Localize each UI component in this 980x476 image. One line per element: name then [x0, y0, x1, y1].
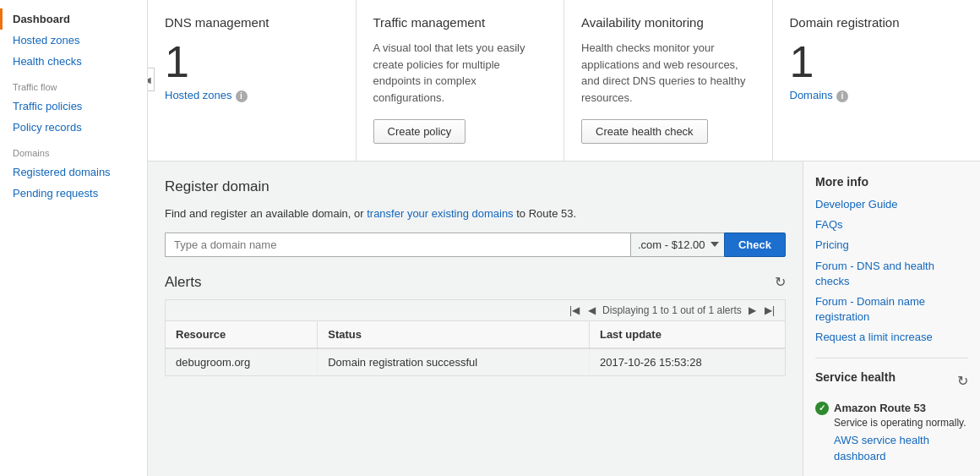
transfer-domains-link[interactable]: transfer your existing domains — [367, 207, 513, 220]
right-panel-link-request-increase[interactable]: Request a limit increase — [815, 330, 968, 345]
sidebar-item-policy-records[interactable]: Policy records — [0, 117, 147, 138]
card-description-availability-monitoring: Health checks monitor your applications … — [581, 40, 755, 106]
right-panel-link-forum-domain[interactable]: Forum - Domain name registration — [815, 294, 968, 325]
sidebar-collapse-button[interactable]: ◀ — [148, 68, 155, 91]
pagination-first-button[interactable]: |◀ — [568, 304, 581, 316]
card-number-domain-registration: 1 — [790, 40, 964, 84]
card-link-dns-management[interactable]: Hosted zones — [165, 89, 232, 101]
card-link-domain-registration[interactable]: Domains — [790, 89, 833, 101]
service-health-title: Service health — [815, 370, 896, 384]
card-button-availability-monitoring[interactable]: Create health check — [581, 119, 708, 144]
right-panel-divider — [815, 358, 968, 358]
card-title-traffic-management: Traffic management — [373, 15, 547, 30]
service-health-header: Service health ↻ — [815, 370, 968, 392]
right-panel-link-developer-guide[interactable]: Developer Guide — [815, 197, 968, 212]
alerts-table: ResourceStatusLast update debugroom.orgD… — [165, 321, 786, 376]
pagination-next-button[interactable]: ▶ — [747, 304, 758, 316]
alerts-table-body: debugroom.orgDomain registration success… — [166, 348, 786, 376]
sidebar-item-traffic-policies[interactable]: Traffic policies — [0, 96, 147, 117]
alert-cell-resource: debugroom.org — [166, 348, 318, 376]
card-title-domain-registration: Domain registration — [790, 15, 964, 30]
content-area: Register domain Find and register an ava… — [148, 161, 980, 476]
alerts-col-resource: Resource — [166, 321, 318, 348]
sidebar-section-domains-section: Domains — [0, 138, 147, 161]
sidebar-item-hosted-zones[interactable]: Hosted zones — [0, 30, 147, 51]
card-traffic-management: Traffic managementA visual tool that let… — [357, 0, 565, 161]
card-button-traffic-management[interactable]: Create policy — [373, 119, 466, 144]
register-domain-section: Register domain Find and register an ava… — [165, 178, 786, 257]
alerts-pagination-bar: |◀ ◀ Displaying 1 to 1 out of 1 alerts ▶… — [165, 299, 786, 321]
more-info-title: More info — [815, 175, 968, 189]
service-health-dot — [815, 402, 829, 415]
card-number-dns-management: 1 — [165, 40, 339, 84]
alerts-refresh-icon[interactable]: ↻ — [775, 274, 786, 290]
service-health-name: Amazon Route 53 — [834, 401, 968, 416]
alerts-header: Alerts ↻ — [165, 274, 786, 291]
domain-extension-select[interactable]: .com - $12.00.net - $11.00.org - $12.00.… — [630, 233, 724, 257]
right-panel-links: Developer GuideFAQsPricingForum - DNS an… — [815, 197, 968, 346]
service-health-text: Amazon Route 53 Service is operating nor… — [834, 401, 968, 469]
card-domain-registration: Domain registration1Domainsi — [773, 0, 981, 161]
card-link-wrap-dns-management: Hosted zonesi — [165, 89, 339, 102]
sidebar-item-dashboard[interactable]: Dashboard — [0, 8, 147, 30]
right-panel-link-forum-dns[interactable]: Forum - DNS and health checks — [815, 259, 968, 289]
sidebar-item-registered-domains[interactable]: Registered domains — [0, 161, 147, 183]
service-health-status: Service is operating normally. — [834, 416, 968, 430]
alerts-table-header-row: ResourceStatusLast update — [166, 321, 786, 348]
card-title-dns-management: DNS management — [165, 15, 339, 30]
card-info-icon-domain-registration[interactable]: i — [836, 90, 848, 102]
sidebar-section-traffic-flow-section: Traffic flow — [0, 72, 147, 96]
card-description-traffic-management: A visual tool that lets you easily creat… — [373, 40, 547, 106]
register-domain-description: Find and register an available domain, o… — [165, 205, 786, 222]
alerts-table-head: ResourceStatusLast update — [166, 321, 786, 348]
alerts-section: Alerts ↻ |◀ ◀ Displaying 1 to 1 out of 1… — [165, 274, 786, 376]
domain-name-input[interactable] — [165, 233, 630, 257]
card-title-availability-monitoring: Availability monitoring — [581, 15, 755, 30]
right-panel-link-pricing[interactable]: Pricing — [815, 238, 968, 253]
alerts-title: Alerts — [165, 274, 201, 291]
sidebar-item-pending-requests[interactable]: Pending requests — [0, 183, 147, 204]
pagination-text: Displaying 1 to 1 out of 1 alerts — [602, 304, 742, 316]
cards-row: DNS management1Hosted zonesiTraffic mana… — [148, 0, 980, 161]
service-health-refresh-icon[interactable]: ↻ — [957, 373, 968, 389]
register-description-after: to Route 53. — [514, 207, 576, 220]
register-form: .com - $12.00.net - $11.00.org - $12.00.… — [165, 233, 786, 257]
alert-cell-status: Domain registration successful — [318, 348, 590, 376]
right-panel: More info Developer GuideFAQsPricingForu… — [803, 161, 980, 476]
table-row: debugroom.orgDomain registration success… — [166, 348, 786, 376]
register-description-before: Find and register an available domain, o… — [165, 207, 367, 220]
alert-cell-last_update: 2017-10-26 15:53:28 — [589, 348, 785, 376]
pagination-prev-button[interactable]: ◀ — [586, 304, 597, 316]
alerts-col-status: Status — [318, 321, 590, 348]
sidebar: DashboardHosted zonesHealth checksTraffi… — [0, 0, 148, 476]
alerts-col-last-update: Last update — [589, 321, 785, 348]
main-content: Register domain Find and register an ava… — [148, 161, 803, 476]
check-domain-button[interactable]: Check — [724, 233, 786, 257]
right-panel-link-faqs[interactable]: FAQs — [815, 217, 968, 233]
card-availability-monitoring: Availability monitoringHealth checks mon… — [564, 0, 773, 161]
service-health-item: Amazon Route 53 Service is operating nor… — [815, 401, 968, 469]
pagination-last-button[interactable]: ▶| — [763, 304, 776, 316]
aws-health-dashboard-link[interactable]: AWS service health dashboard — [834, 433, 968, 463]
card-dns-management: DNS management1Hosted zonesi — [148, 0, 357, 161]
sidebar-item-health-checks[interactable]: Health checks — [0, 51, 147, 72]
card-link-wrap-domain-registration: Domainsi — [790, 89, 964, 102]
register-domain-title: Register domain — [165, 178, 786, 195]
card-info-icon-dns-management[interactable]: i — [236, 90, 248, 102]
